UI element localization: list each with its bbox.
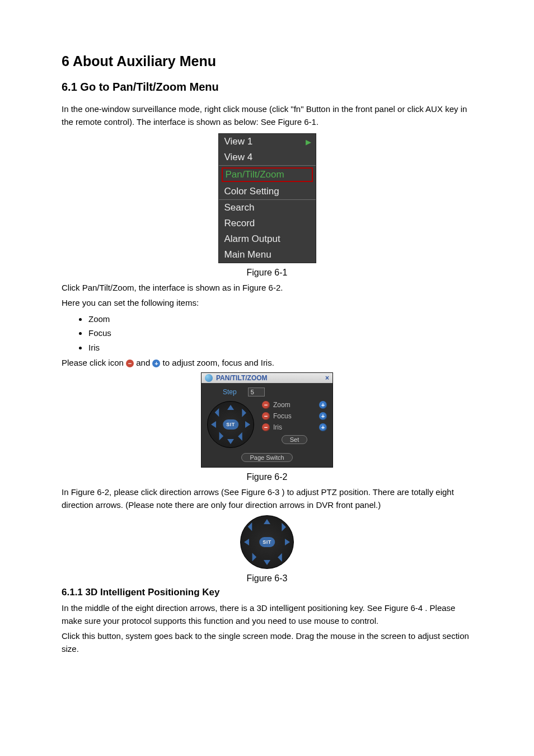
figure-caption-3: Figure 6-3 [62,573,472,584]
figure-caption-2: Figure 6-2 [62,472,472,482]
arrow-right[interactable] [285,539,290,545]
focus-minus-button[interactable]: − [262,412,270,420]
ptz-panel: PAN/TILT/ZOOM × Step 5 ◤ ◥ ◣ ◢ SIT [201,372,333,468]
arrow-down[interactable] [264,560,270,565]
paragraph-set-items: Here you can set the following items: [62,296,472,309]
arrow-upleft[interactable]: ◤ [214,407,224,417]
figure-caption-1: Figure 6-1 [62,268,472,278]
ctx-item-mainmenu[interactable]: Main Menu [219,247,316,263]
submenu-arrow-icon: ▶ [306,138,311,146]
sit-button[interactable]: SIT [259,537,275,547]
direction-pad: ◤ ◥ ◣ ◢ SIT [207,401,254,448]
arrow-upright[interactable]: ◥ [238,407,248,417]
ctx-divider [219,165,316,166]
arrow-right[interactable] [245,421,250,428]
text-fragment: and [136,358,152,367]
focus-plus-button[interactable]: + [319,412,327,420]
heading-chapter: 6 About Auxiliary Menu [62,53,472,69]
text-fragment: Please click icon [62,358,126,367]
arrow-downright[interactable]: ◢ [238,432,248,442]
ctx-label: View 4 [224,152,253,162]
heading-section: 6.1 Go to Pan/Tilt/Zoom Menu [62,81,472,94]
iris-row: − Iris + [262,423,327,431]
iris-plus-button[interactable]: + [319,423,327,431]
arrow-left[interactable] [244,539,249,545]
sit-button[interactable]: SIT [223,419,238,430]
ctx-label: View 1 [224,136,253,147]
arrow-upright[interactable]: ◥ [278,521,288,531]
paragraph-intro: In the one-window surveillance mode, rig… [62,102,472,129]
context-menu: View 1 ▶ View 4 Pan/Tilt/Zoom Color Sett… [218,133,316,263]
paragraph-3d-key-2: Click this button, system goes back to t… [62,629,472,656]
step-input[interactable]: 5 [248,388,265,396]
arrow-up[interactable] [264,519,270,524]
ctx-label: Search [224,202,255,213]
arrow-left[interactable] [211,421,216,428]
ctx-item-view4[interactable]: View 4 [219,150,316,165]
paragraph-adjust-icons: Please click icon − and + to adjust zoom… [62,356,472,369]
arrow-downleft[interactable]: ◣ [247,553,257,563]
list-item-focus: Focus [88,325,472,339]
iris-label: Iris [273,423,316,431]
item-list: Zoom Focus Iris [62,311,472,354]
zoom-minus-button[interactable]: − [262,401,270,409]
ctx-item-record[interactable]: Record [219,216,316,231]
globe-icon [205,374,213,382]
list-item-zoom: Zoom [88,311,472,325]
arrow-downright[interactable]: ◢ [278,553,288,563]
paragraph-3d-key-1: In the middle of the eight direction arr… [62,601,472,628]
ctx-label: Color Setting [224,186,279,197]
zoom-label: Zoom [273,401,316,409]
ctx-item-view1[interactable]: View 1 ▶ [219,134,316,150]
ctx-label: Record [224,218,255,228]
arrow-upleft[interactable]: ◤ [247,521,257,531]
list-item-iris: Iris [88,340,472,354]
arrow-down[interactable] [227,439,234,444]
minus-icon: − [126,360,134,367]
text-fragment: to adjust zoom, focus and Iris. [163,358,274,367]
focus-row: − Focus + [262,412,327,420]
ctx-item-alarm[interactable]: Alarm Output [219,231,316,247]
plus-icon: + [152,360,160,367]
ctx-item-search[interactable]: Search [219,200,316,216]
focus-label: Focus [273,412,316,420]
ctx-label: Pan/Tilt/Zoom [226,169,284,180]
ptz-title-text: PAN/TILT/ZOOM [216,374,268,382]
ctx-item-ptz[interactable]: Pan/Tilt/Zoom [222,167,313,182]
paragraph-direction-arrows: In Figure 6-2, please click direction ar… [62,486,472,512]
arrow-downleft[interactable]: ◣ [214,432,224,442]
ptz-titlebar: PAN/TILT/ZOOM × [202,373,332,383]
paragraph-click-ptz: Click Pan/Tilt/Zoom, the interface is sh… [62,281,472,294]
iris-minus-button[interactable]: − [262,423,270,431]
heading-subsection: 6.1.1 3D Intelligent Positioning Key [62,587,472,598]
set-button[interactable]: Set [282,435,308,444]
arrow-up[interactable] [227,405,234,410]
ctx-label: Alarm Output [224,234,280,244]
close-icon[interactable]: × [325,374,329,382]
zoom-plus-button[interactable]: + [319,401,327,409]
ctx-label: Main Menu [224,249,271,260]
ctx-item-color[interactable]: Color Setting [219,184,316,199]
zoom-row: − Zoom + [262,401,327,409]
page-switch-button[interactable]: Page Switch [241,453,292,462]
direction-pad-figure: ◤ ◥ ◣ ◢ SIT [240,515,294,569]
step-label: Step [223,388,237,396]
